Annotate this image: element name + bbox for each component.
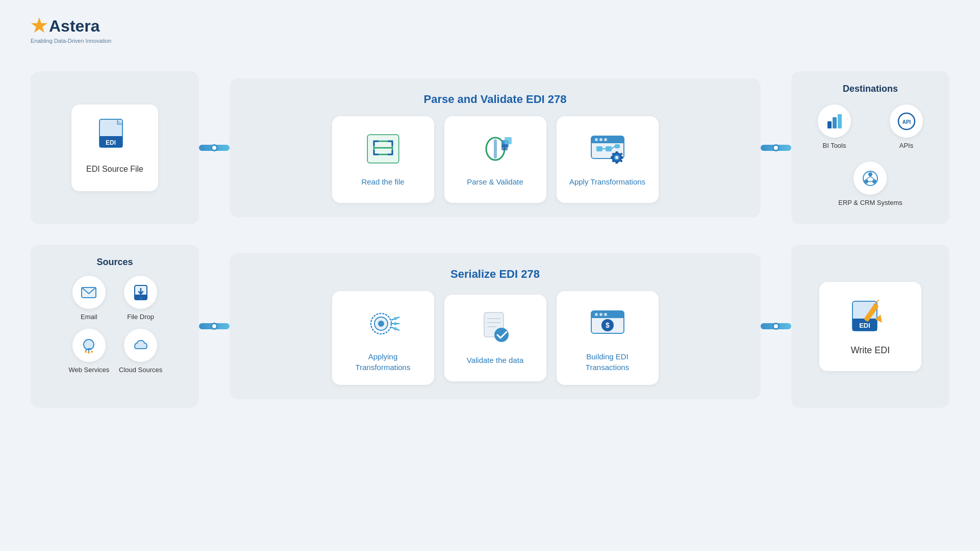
step-read-file: Read the file (332, 116, 434, 203)
logo-star-icon: ★ (31, 15, 47, 37)
dest-bi-tools: BI Tools (818, 104, 851, 149)
connector-source-to-process-bottom (199, 323, 230, 329)
apply-transform-icon (587, 128, 628, 169)
step-validate-label: Validate the data (467, 355, 523, 365)
write-edi-icon: EDI (847, 297, 893, 338)
svg-text:$: $ (606, 321, 610, 329)
cloud-icon-circle (124, 329, 157, 362)
svg-point-75 (595, 313, 598, 316)
parse-validate-icon (475, 128, 516, 169)
email-icon-circle (72, 276, 106, 309)
apis-icon-circle: API (890, 104, 923, 138)
validate-data-icon (475, 307, 516, 348)
file-drop-label: File Drop (127, 313, 154, 321)
top-row: EDI EDI Source File (31, 71, 949, 224)
step-building-label: Building EDI Transactions (567, 351, 648, 373)
connector-bar-top-right (761, 145, 791, 151)
logo: ★ Astera Enabling Data-Driven Innovation (31, 15, 111, 44)
bottom-section: Sources Email (31, 245, 949, 408)
svg-rect-26 (615, 144, 620, 148)
dest-apis: API APIs (890, 104, 923, 149)
svg-point-66 (394, 327, 397, 330)
read-file-icon (363, 128, 404, 169)
step-applying-transform: Applying Transformations (332, 291, 434, 385)
web-services-icon-circle (72, 329, 106, 362)
top-section: EDI EDI Source File (31, 71, 949, 224)
svg-point-20 (599, 138, 602, 141)
svg-point-71 (494, 328, 509, 342)
connector-process-to-dest-bottom (761, 323, 791, 329)
source-email: Email (72, 276, 106, 321)
step-validate-data: Validate the data (444, 295, 546, 381)
svg-point-57 (91, 351, 93, 353)
svg-text:API: API (902, 119, 911, 125)
svg-rect-31 (615, 162, 618, 164)
source-web-services: Web Services (68, 329, 109, 374)
destinations-panel: Destinations BI Tools (791, 71, 949, 224)
logo-subtitle: Enabling Data-Driven Innovation (31, 38, 111, 44)
svg-rect-22 (596, 146, 602, 151)
svg-line-48 (870, 176, 874, 179)
connector-bar-top-left (199, 145, 230, 151)
svg-point-55 (85, 351, 87, 353)
svg-rect-32 (611, 156, 613, 159)
svg-rect-38 (827, 121, 832, 128)
web-services-label: Web Services (68, 366, 109, 374)
source-cloud: Cloud Sources (119, 329, 162, 374)
bi-tools-icon-circle (818, 104, 851, 138)
step-read-label: Read the file (361, 176, 404, 187)
source-file-drop: ↓ File Drop (124, 276, 157, 321)
svg-rect-14 (501, 144, 508, 150)
sources-panel: Sources Email (31, 245, 199, 408)
step-building-edi: $ Building EDI Transactions (557, 291, 659, 385)
sources-grid: Email ↓ File Drop (67, 276, 163, 374)
svg-line-47 (866, 176, 870, 179)
bottom-process-panel: Serialize EDI 278 (230, 253, 761, 399)
bottom-row: Sources Email (31, 245, 949, 408)
svg-point-60 (378, 321, 384, 327)
bi-tools-label: BI Tools (822, 142, 846, 149)
svg-rect-8 (368, 135, 398, 163)
connector-dot-right (772, 144, 780, 151)
svg-rect-33 (621, 156, 623, 159)
destinations-grid: BI Tools API APIs (803, 104, 937, 206)
file-drop-icon-circle: ↓ (124, 276, 157, 309)
apis-label: APIs (899, 142, 913, 149)
connector-dot (211, 144, 218, 151)
step-parse-validate: Parse & Validate (444, 116, 546, 203)
svg-rect-15 (494, 139, 497, 159)
svg-point-76 (599, 313, 602, 316)
edi-source-label: EDI Source File (86, 165, 143, 174)
cloud-sources-label: Cloud Sources (119, 366, 162, 374)
connector-process-to-dest-top (761, 145, 791, 151)
svg-point-64 (394, 317, 397, 320)
svg-rect-23 (606, 146, 612, 151)
edi-source-icon: EDI (94, 117, 135, 158)
connector-bar-bottom-left (199, 323, 230, 329)
svg-point-77 (604, 313, 607, 316)
logo-text: ★ Astera (31, 15, 111, 37)
svg-rect-30 (615, 151, 618, 153)
edi-source-card: EDI EDI Source File (71, 104, 158, 191)
top-section-title: Parse and Validate EDI 278 (245, 93, 745, 106)
write-edi-label: Write EDI (851, 345, 890, 356)
connector-dot-bottom-left (211, 323, 218, 330)
step-parse-label: Parse & Validate (467, 176, 523, 187)
building-edi-icon: $ (587, 303, 628, 344)
svg-text:↓: ↓ (140, 296, 142, 299)
write-edi-card: EDI Write EDI (819, 282, 921, 371)
email-label: Email (81, 313, 97, 321)
svg-point-56 (88, 352, 90, 354)
svg-rect-40 (838, 114, 842, 128)
svg-point-21 (604, 138, 607, 141)
write-edi-panel: EDI Write EDI (791, 245, 949, 408)
step-apply-label: Apply Transformations (569, 176, 645, 187)
svg-text:EDI: EDI (859, 322, 870, 329)
page: ★ Astera Enabling Data-Driven Innovation… (0, 0, 980, 551)
bottom-steps: Applying Transformations (245, 291, 745, 385)
top-steps: Read the file (245, 116, 745, 203)
destinations-title: Destinations (803, 84, 937, 94)
svg-rect-13 (505, 137, 512, 144)
top-process-panel: Parse and Validate EDI 278 (230, 78, 761, 217)
svg-point-19 (595, 138, 598, 141)
